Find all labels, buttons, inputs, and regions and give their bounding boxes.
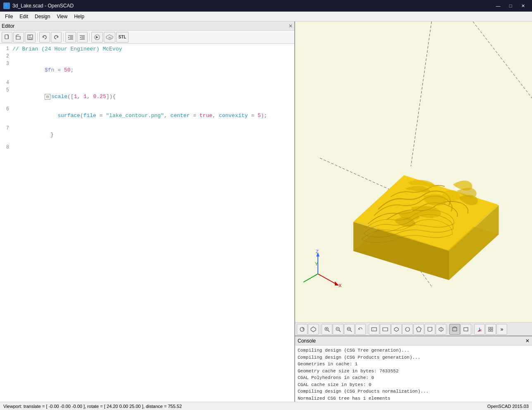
svg-rect-2	[29, 35, 31, 36]
svg-marker-34	[311, 327, 316, 332]
unindent-button[interactable]	[77, 32, 88, 43]
console-line-5: CGAL Polyhedrons in cache: 0	[298, 374, 530, 381]
view-more-btn[interactable]: »	[496, 324, 507, 335]
line-number-2: 2	[0, 53, 12, 59]
svg-line-43	[350, 330, 352, 332]
view-show-axes-btn[interactable]	[474, 324, 485, 335]
code-line-8: 8	[0, 144, 294, 151]
minimize-button[interactable]: —	[492, 0, 504, 12]
menu-design[interactable]: Design	[31, 12, 53, 21]
view-top-btn[interactable]	[413, 324, 424, 335]
line-content-4	[12, 79, 294, 86]
line-content-3: $fn = 50;	[12, 60, 294, 79]
export-stl-button[interactable]: STL	[116, 32, 129, 43]
view-grid-btn[interactable]	[485, 324, 496, 335]
maximize-button[interactable]: □	[505, 0, 516, 12]
console-title: Console	[298, 338, 316, 344]
view-right-btn[interactable]	[402, 324, 413, 335]
editor-title: Editor	[2, 23, 14, 29]
view-left-btn[interactable]	[391, 324, 402, 335]
app-icon: 🔷	[3, 2, 10, 9]
svg-rect-63	[491, 330, 493, 331]
console-line-8: Normalized CSG tree has 1 elements	[298, 395, 530, 402]
svg-line-40	[339, 330, 341, 332]
console-line-2: Compiling design (CSG Products generatio…	[298, 354, 530, 361]
indent-button[interactable]	[65, 32, 76, 43]
render-button[interactable]: 3D	[104, 32, 115, 43]
console-panel: Console ✕ Compiling design (CSG Tree gen…	[295, 336, 532, 410]
editor-panel: Editor ✕	[0, 22, 295, 410]
app-version: OpenSCAD 2015.03	[487, 404, 529, 409]
editor-close-button[interactable]: ✕	[289, 23, 293, 29]
code-line-4: 4	[0, 79, 294, 87]
menu-file[interactable]: File	[2, 12, 16, 21]
svg-rect-3	[29, 38, 31, 39]
svg-marker-50	[428, 327, 432, 331]
view-back-btn[interactable]	[380, 324, 391, 335]
view-toolbar-sep-3	[448, 325, 448, 333]
svg-line-36	[328, 330, 329, 332]
svg-rect-57	[464, 328, 468, 331]
window-title: 3d_Lake.scad - OpenSCAD	[12, 3, 74, 9]
menu-view[interactable]: View	[53, 12, 71, 21]
new-file-button[interactable]	[2, 32, 12, 43]
zoom-fit-btn[interactable]	[344, 324, 355, 335]
view-btn-2[interactable]	[308, 324, 319, 335]
status-bar: Viewport: translate = [ -0.00 -0.00 -0.0…	[0, 402, 532, 410]
code-line-1: 1 // Brian (24 Hour Engineer) McEvoy	[0, 46, 294, 53]
code-line-7: 7 }	[0, 125, 294, 144]
close-button[interactable]: ✕	[517, 0, 529, 12]
save-button[interactable]	[25, 32, 36, 43]
line-number-7: 7	[0, 125, 12, 131]
svg-rect-60	[489, 327, 490, 329]
view-panel: Z X Y	[295, 22, 532, 410]
svg-text:3D: 3D	[108, 36, 112, 39]
view-toolbar-sep-1	[320, 325, 320, 333]
menu-edit[interactable]: Edit	[16, 12, 31, 21]
line-content-6: surface(file = "lake_contour.png", cente…	[12, 106, 294, 125]
view-toolbar-sep-4	[472, 325, 473, 333]
menu-help[interactable]: Help	[71, 12, 88, 21]
console-line-1: Compiling design (CSG Tree generation)..…	[298, 347, 530, 354]
console-line-7: Compiling design (CSG Products normaliza…	[298, 388, 530, 395]
line-number-1: 1	[0, 46, 12, 52]
console-content: Compiling design (CSG Tree generation)..…	[295, 345, 532, 410]
title-bar: 🔷 3d_Lake.scad - OpenSCAD — □ ✕	[0, 0, 532, 12]
console-line-4: Geometry cache size in bytes: 7633552	[298, 368, 530, 375]
svg-rect-61	[491, 327, 493, 329]
redo-button[interactable]	[51, 32, 62, 43]
code-line-2: 2	[0, 53, 294, 60]
window-controls: — □ ✕	[492, 0, 529, 12]
toolbar-separator-1	[37, 33, 38, 41]
view-diagonal-btn[interactable]	[436, 324, 446, 335]
line-number-4: 4	[0, 79, 12, 86]
view-ortho-btn[interactable]	[460, 324, 471, 335]
line-content-7: }	[12, 125, 294, 144]
fold-marker-5[interactable]: ⊟	[45, 94, 50, 100]
compile-button[interactable]	[91, 32, 103, 43]
toolbar-separator-3	[89, 33, 90, 41]
line-content-1: // Brian (24 Hour Engineer) McEvoy	[12, 46, 294, 52]
svg-rect-62	[489, 330, 490, 331]
zoom-out-btn[interactable]	[333, 324, 344, 335]
3d-viewport[interactable]: Z X Y	[295, 22, 532, 322]
svg-text:▫: ▫	[373, 328, 374, 331]
svg-point-48	[406, 327, 410, 331]
view-btn-1[interactable]	[297, 324, 308, 335]
code-line-6: 6 surface(file = "lake_contour.png", cen…	[0, 106, 294, 125]
reset-view-btn[interactable]	[355, 324, 366, 335]
line-number-3: 3	[0, 60, 12, 67]
code-editor[interactable]: 1 // Brian (24 Hour Engineer) McEvoy 2 3…	[0, 44, 294, 410]
undo-button[interactable]	[39, 32, 50, 43]
view-front-btn[interactable]: ▫	[369, 324, 379, 335]
line-number-5: 5	[0, 87, 12, 93]
open-file-button[interactable]	[13, 32, 24, 43]
view-bottom-btn[interactable]	[425, 324, 435, 335]
console-close-button[interactable]: ✕	[525, 338, 530, 344]
3d-model-render	[295, 22, 532, 322]
main-layout: Editor ✕	[0, 22, 532, 410]
line-number-8: 8	[0, 144, 12, 150]
line-number-6: 6	[0, 106, 12, 112]
view-perspective-btn[interactable]	[449, 324, 460, 335]
zoom-in-btn[interactable]	[322, 324, 332, 335]
